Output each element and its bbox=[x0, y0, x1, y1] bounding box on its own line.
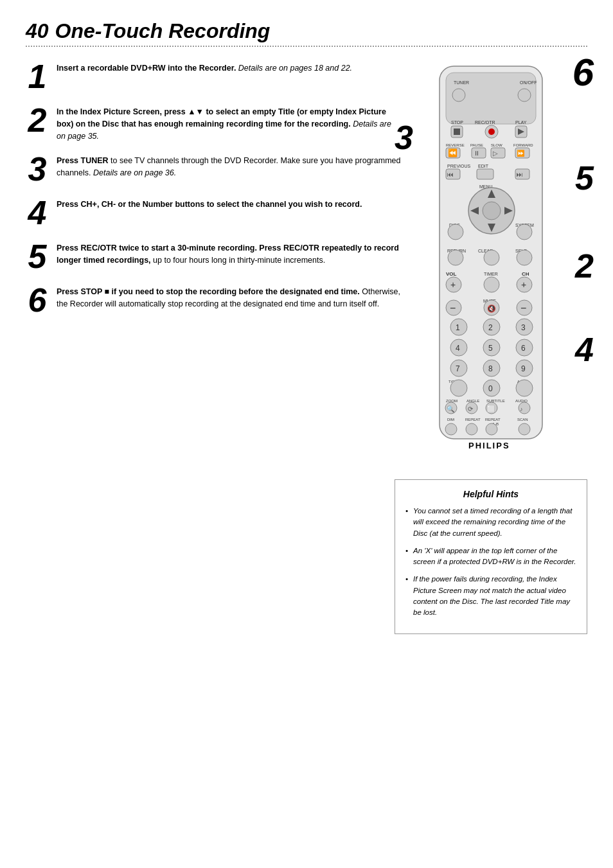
step-2: 2 In the Index Picture Screen, press ▲▼ … bbox=[26, 103, 401, 142]
remote-label-6: 6 bbox=[573, 53, 594, 92]
svg-text:4: 4 bbox=[456, 344, 460, 353]
svg-point-36 bbox=[483, 202, 501, 220]
svg-point-108 bbox=[466, 423, 477, 435]
step-4: 4 Press CH+, CH- or the Number buttons t… bbox=[26, 196, 401, 229]
svg-text:CH: CH bbox=[522, 271, 529, 277]
svg-text:1: 1 bbox=[456, 323, 460, 332]
svg-text:+: + bbox=[521, 279, 526, 290]
svg-point-110 bbox=[519, 423, 530, 435]
svg-point-56 bbox=[484, 277, 499, 292]
svg-text:VOL: VOL bbox=[446, 271, 457, 277]
svg-text:PREVIOUS: PREVIOUS bbox=[447, 164, 471, 168]
svg-text:−: − bbox=[450, 303, 456, 314]
page-title: 40One-Touch Recording bbox=[26, 19, 587, 43]
svg-point-50 bbox=[517, 250, 532, 265]
svg-text:FORWARD: FORWARD bbox=[513, 143, 533, 147]
step-6: 6 Press STOP ■ if you need to stop the r… bbox=[26, 283, 401, 317]
svg-point-49 bbox=[484, 250, 499, 265]
step-number-3: 3 bbox=[26, 152, 49, 186]
section-divider bbox=[26, 46, 587, 47]
svg-text:PLAY: PLAY bbox=[515, 120, 527, 125]
svg-rect-31 bbox=[477, 169, 493, 179]
remote-svg: TUNER ON/OFF STOP REC/OTR PLAY bbox=[420, 60, 562, 458]
remote-label-4: 4 bbox=[575, 333, 594, 366]
svg-text:REVERSE: REVERSE bbox=[446, 143, 465, 147]
svg-text:9: 9 bbox=[521, 364, 526, 373]
remote-label-2: 2 bbox=[575, 249, 594, 283]
step-number-5: 5 bbox=[26, 240, 49, 273]
svg-text:SLOW: SLOW bbox=[491, 143, 502, 147]
svg-point-5 bbox=[518, 89, 531, 102]
step-number-1: 1 bbox=[26, 60, 49, 93]
main-content: 1 Insert a recordable DVD+RW into the Re… bbox=[26, 60, 587, 460]
svg-point-89 bbox=[516, 380, 533, 396]
remote-area: TUNER ON/OFF STOP REC/OTR PLAY bbox=[420, 60, 587, 460]
svg-text:0: 0 bbox=[488, 384, 493, 393]
step-number-6: 6 bbox=[26, 283, 49, 317]
step-number-2: 2 bbox=[26, 103, 49, 137]
remote-image: TUNER ON/OFF STOP REC/OTR PLAY bbox=[420, 60, 562, 458]
step-3: 3 Press TUNER to see TV channels through… bbox=[26, 152, 401, 186]
step-text-4: Press CH+, CH- or the Number buttons to … bbox=[57, 196, 362, 211]
svg-text:⏭: ⏭ bbox=[517, 171, 523, 178]
svg-text:3: 3 bbox=[521, 323, 526, 332]
svg-text:DIM: DIM bbox=[447, 418, 454, 421]
step-text-6: Press STOP ■ if you need to stop the rec… bbox=[57, 283, 401, 310]
svg-text:🔍: 🔍 bbox=[447, 405, 455, 413]
step-text-3: Press TUNER to see TV channels through t… bbox=[57, 152, 401, 179]
svg-point-86 bbox=[450, 380, 467, 396]
svg-text:REPEAT: REPEAT bbox=[485, 418, 501, 421]
svg-point-48 bbox=[448, 250, 463, 265]
svg-text:7: 7 bbox=[456, 364, 460, 373]
hint-item-3: If the power fails during recording, the… bbox=[405, 574, 576, 618]
svg-text:STOP: STOP bbox=[451, 120, 463, 125]
instructions-column: 1 Insert a recordable DVD+RW into the Re… bbox=[26, 60, 407, 460]
svg-text:⟳: ⟳ bbox=[468, 405, 474, 412]
helpful-hints-title: Helpful Hints bbox=[405, 489, 576, 499]
page-title-text: One-Touch Recording bbox=[55, 19, 271, 42]
helpful-hints-list: You cannot set a timed recording of a le… bbox=[405, 506, 576, 618]
remote-label-5: 5 bbox=[575, 161, 594, 195]
hint-item-2: An 'X' will appear in the top left corne… bbox=[405, 545, 576, 568]
svg-text:REC/OTR: REC/OTR bbox=[475, 120, 495, 125]
svg-text:TUNER: TUNER bbox=[454, 80, 469, 85]
svg-point-44 bbox=[517, 224, 532, 240]
page-number: 40 bbox=[26, 19, 49, 42]
step-5: 5 Press REC/OTR twice to start a 30-minu… bbox=[26, 240, 401, 273]
bottom-section: Helpful Hints You cannot set a timed rec… bbox=[26, 479, 587, 634]
svg-text:🔇: 🔇 bbox=[487, 304, 496, 313]
svg-text:⬜: ⬜ bbox=[487, 405, 495, 413]
svg-text:2: 2 bbox=[488, 323, 493, 332]
svg-rect-10 bbox=[454, 128, 460, 135]
svg-text:6: 6 bbox=[521, 344, 526, 353]
svg-point-109 bbox=[486, 423, 497, 435]
svg-text:⏮: ⏮ bbox=[447, 171, 454, 178]
helpful-hints-box: Helpful Hints You cannot set a timed rec… bbox=[395, 479, 587, 634]
step-text-5: Press REC/OTR twice to start a 30-minute… bbox=[57, 240, 401, 267]
svg-text:▷: ▷ bbox=[493, 150, 498, 157]
svg-text:⏸: ⏸ bbox=[474, 150, 480, 157]
svg-text:SUBTITLE: SUBTITLE bbox=[486, 399, 505, 403]
svg-text:EDIT: EDIT bbox=[478, 164, 489, 168]
svg-point-12 bbox=[488, 128, 495, 135]
svg-text:ON/OFF: ON/OFF bbox=[520, 80, 537, 85]
svg-text:REPEAT: REPEAT bbox=[465, 418, 481, 421]
svg-text:5: 5 bbox=[488, 344, 493, 353]
svg-text:PHILIPS: PHILIPS bbox=[468, 441, 510, 450]
svg-text:+: + bbox=[450, 279, 456, 290]
svg-text:TIMER: TIMER bbox=[484, 272, 498, 276]
svg-text:⏩: ⏩ bbox=[517, 149, 525, 157]
hint-item-1: You cannot set a timed recording of a le… bbox=[405, 506, 576, 539]
svg-text:−: − bbox=[520, 303, 526, 314]
svg-text:8: 8 bbox=[488, 364, 493, 373]
svg-point-107 bbox=[445, 423, 457, 435]
step-text-2: In the Index Picture Screen, press ▲▼ to… bbox=[57, 103, 401, 142]
svg-text:⏪: ⏪ bbox=[448, 148, 458, 157]
svg-text:PAUSE: PAUSE bbox=[470, 143, 483, 147]
svg-point-4 bbox=[452, 89, 465, 102]
step-text-1: Insert a recordable DVD+RW into the Reco… bbox=[57, 60, 352, 75]
step-number-4: 4 bbox=[26, 196, 49, 229]
step-1: 1 Insert a recordable DVD+RW into the Re… bbox=[26, 60, 401, 93]
svg-text:♪: ♪ bbox=[520, 406, 523, 412]
page: 40One-Touch Recording 1 Insert a recorda… bbox=[0, 0, 613, 653]
